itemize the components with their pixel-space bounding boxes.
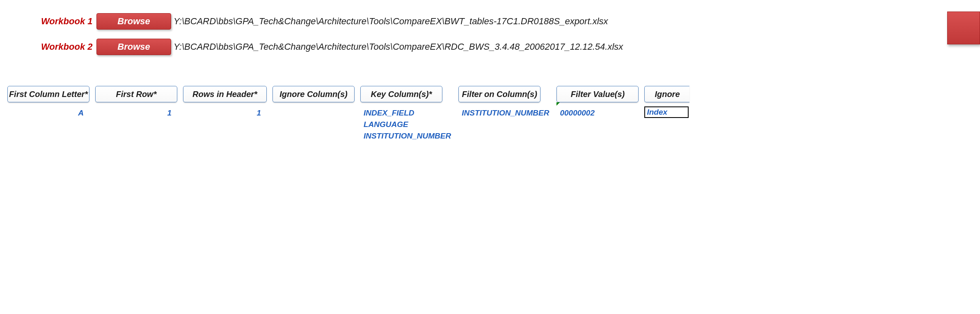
header-first-row[interactable]: First Row* xyxy=(95,86,177,102)
header-ignore-columns-label: Ignore Column(s) xyxy=(279,90,348,99)
workbook-2-path: Y:\BCARD\bbs\GPA_Tech&Change\Architectur… xyxy=(174,42,623,52)
header-first-column-letter[interactable]: First Column Letter* xyxy=(7,86,89,102)
value-rows-in-header[interactable]: 1 xyxy=(185,107,265,119)
header-ignore-columns[interactable]: Ignore Column(s) xyxy=(272,86,355,102)
browse-button-2-label: Browse xyxy=(117,42,150,52)
header-ignore-2[interactable]: Ignore xyxy=(644,86,689,102)
value-key-columns-1[interactable]: LANGUAGE xyxy=(362,119,451,130)
value-first-row[interactable]: 1 xyxy=(97,107,176,119)
header-first-column-letter-label: First Column Letter* xyxy=(9,90,88,99)
value-filter-values[interactable]: 00000002 xyxy=(558,107,637,119)
action-button[interactable] xyxy=(947,12,980,44)
header-rows-in-header[interactable]: Rows in Header* xyxy=(183,86,267,102)
column-first-row: First Row* 1 xyxy=(95,86,177,119)
value-key-columns-0[interactable]: INDEX_FIELD xyxy=(362,107,451,119)
columns-section: First Column Letter* A First Row* 1 Rows… xyxy=(0,86,980,142)
workbook-1-row: Workbook 1 Browse Y:\BCARD\bbs\GPA_Tech&… xyxy=(41,13,980,30)
value-key-columns-2[interactable]: INSTITUTION_NUMBER xyxy=(362,130,451,142)
value-filter-on-columns[interactable]: INSTITUTION_NUMBER xyxy=(460,107,549,119)
workbook-2-label: Workbook 2 xyxy=(41,42,96,52)
workbook-1-label: Workbook 1 xyxy=(41,16,96,27)
workbook-1-path: Y:\BCARD\bbs\GPA_Tech&Change\Architectur… xyxy=(174,16,608,27)
browse-button-1-label: Browse xyxy=(117,16,150,27)
workbook-section: Workbook 1 Browse Y:\BCARD\bbs\GPA_Tech&… xyxy=(0,0,980,55)
value-ignore2: Index xyxy=(647,108,667,117)
column-ignore-2: Ignore Index xyxy=(644,86,689,118)
header-filter-values[interactable]: Filter Value(s) xyxy=(556,86,639,102)
browse-button-2[interactable]: Browse xyxy=(96,39,171,55)
column-key-columns: Key Column(s)* INDEX_FIELD LANGUAGE INST… xyxy=(360,86,453,142)
workbook-2-row: Workbook 2 Browse Y:\BCARD\bbs\GPA_Tech&… xyxy=(41,39,980,55)
selected-cell-ignore2[interactable]: Index xyxy=(644,106,689,118)
header-filter-on-columns[interactable]: Filter on Column(s) xyxy=(458,86,540,102)
column-rows-in-header: Rows in Header* 1 xyxy=(183,86,267,119)
column-first-letter: First Column Letter* A xyxy=(7,86,89,119)
header-filter-on-columns-label: Filter on Column(s) xyxy=(462,90,537,99)
header-filter-values-label: Filter Value(s) xyxy=(571,90,625,99)
column-ignore-columns: Ignore Column(s) xyxy=(272,86,355,107)
column-filter-on-columns: Filter on Column(s) INSTITUTION_NUMBER xyxy=(458,86,551,119)
value-first-column-letter[interactable]: A xyxy=(9,107,88,119)
header-first-row-label: First Row* xyxy=(116,90,157,99)
column-filter-values: Filter Value(s) 00000002 xyxy=(556,86,639,119)
header-ignore-2-label: Ignore xyxy=(655,90,680,99)
browse-button-1[interactable]: Browse xyxy=(96,13,171,30)
header-key-columns[interactable]: Key Column(s)* xyxy=(360,86,442,102)
header-rows-in-header-label: Rows in Header* xyxy=(192,90,257,99)
header-key-columns-label: Key Column(s)* xyxy=(371,90,432,99)
